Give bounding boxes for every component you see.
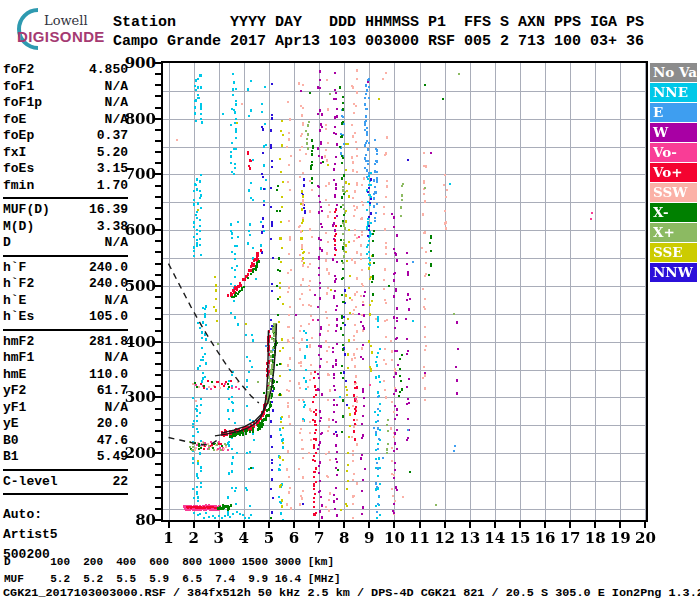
y-axis-tick — [155, 251, 161, 253]
param-row: M(D)3.38 — [3, 219, 128, 236]
x-axis-tick — [644, 522, 646, 528]
y-axis-tick — [155, 240, 161, 242]
y-axis-tick — [155, 441, 161, 443]
param-row: h`Es105.0 — [3, 309, 128, 326]
param-value: 4.850 — [34, 62, 128, 79]
param-group-divider — [3, 255, 128, 257]
logo-lowell-text: Lowell — [44, 13, 88, 28]
x-axis-tick — [419, 522, 421, 528]
param-value: N/A — [34, 79, 128, 96]
param-row: foEp0.37 — [3, 128, 128, 145]
y-axis-tick — [155, 486, 161, 488]
y-axis-tick — [155, 274, 161, 276]
param-label: yE — [3, 416, 19, 433]
y-axis-label: 800 — [116, 111, 156, 127]
autoscaling-line: Artist5 — [3, 525, 128, 545]
param-label: foF2 — [3, 62, 34, 79]
param-value: 16.39 — [50, 202, 128, 219]
param-label: hmF1 — [3, 350, 34, 367]
y-axis-tick — [155, 263, 161, 265]
y-axis-tick — [155, 430, 161, 432]
param-group-divider — [3, 469, 128, 471]
param-label: foE — [3, 112, 26, 129]
param-label: D — [3, 235, 11, 252]
param-label: C-level — [3, 474, 58, 491]
param-group-divider — [3, 329, 128, 331]
param-row: h`EN/A — [3, 293, 128, 310]
y-axis-tick — [155, 374, 161, 376]
param-value: 0.37 — [34, 128, 128, 145]
param-label: h`E — [3, 293, 26, 310]
param-row: foF1N/A — [3, 79, 128, 96]
param-row: hmF2281.8 — [3, 334, 128, 351]
legend-item: SSE — [650, 243, 697, 262]
station-header: Station YYYY DAY DDD HHMMSS P1 FFS S AXN… — [113, 13, 644, 51]
x-axis-tick — [569, 522, 571, 528]
y-axis-tick — [155, 463, 161, 465]
param-value: N/A — [11, 235, 128, 252]
y-axis-tick — [155, 419, 161, 421]
param-row: foEs3.15 — [3, 161, 128, 178]
param-row: foEN/A — [3, 112, 128, 129]
param-label: fmin — [3, 178, 34, 195]
x-axis-tick — [168, 522, 170, 528]
x-axis-label: 14 — [481, 529, 509, 547]
param-value: 3.38 — [34, 219, 128, 236]
x-axis-tick — [519, 522, 521, 528]
param-label: h`F2 — [3, 276, 34, 293]
legend-item: Vo- — [650, 143, 697, 162]
param-label: foEs — [3, 161, 34, 178]
param-row: h`F2240.0 — [3, 276, 128, 293]
y-axis-tick — [155, 330, 161, 332]
y-axis-tick — [155, 408, 161, 410]
y-axis-tick — [155, 151, 161, 153]
x-axis-tick — [619, 522, 621, 528]
param-label: yF1 — [3, 400, 26, 417]
x-axis-tick — [268, 522, 270, 528]
y-axis-tick — [155, 140, 161, 142]
y-axis-label: 200 — [116, 445, 156, 461]
y-axis-label: 300 — [116, 389, 156, 405]
legend-item: Vo+ — [650, 163, 697, 182]
x-axis-label: 20 — [631, 529, 659, 547]
param-row: foF1pN/A — [3, 95, 128, 112]
y-axis-tick — [155, 352, 161, 354]
param-value: 3.15 — [34, 161, 128, 178]
y-axis-tick — [155, 363, 161, 365]
status-bar: CGK21_2017103003000.RSF / 384fx512h 50 k… — [3, 586, 700, 600]
x-axis-label: 6 — [280, 529, 308, 547]
x-axis-label: 18 — [581, 529, 609, 547]
y-axis-tick — [155, 95, 161, 97]
logo-digisonde-text: DIGISONDE — [17, 28, 105, 45]
ionogram-plot-canvas — [163, 63, 646, 520]
header-columns-line: Station YYYY DAY DDD HHMMSS P1 FFS S AXN… — [113, 14, 644, 31]
y-axis-tick — [155, 385, 161, 387]
x-axis-tick — [293, 522, 295, 528]
param-label: h`F — [3, 260, 26, 277]
param-label: foF1p — [3, 95, 42, 112]
x-axis-tick — [393, 522, 395, 528]
param-value: 110.0 — [26, 367, 128, 384]
legend-item: X+ — [650, 223, 697, 242]
param-value: 240.0 — [26, 260, 128, 277]
param-row: foF24.850 — [3, 62, 128, 79]
legend-item: X- — [650, 203, 697, 222]
param-row: h`F240.0 — [3, 260, 128, 277]
param-row: B047.6 — [3, 433, 128, 450]
y-axis-label: 80 — [116, 512, 156, 528]
param-row: DN/A — [3, 235, 128, 252]
digisonde-ionogram-app: Lowell DIGISONDE Station YYYY DAY DDD HH… — [0, 0, 700, 600]
param-value: 61.7 — [26, 383, 128, 400]
y-axis-tick — [155, 207, 161, 209]
param-group-divider — [3, 493, 128, 495]
param-group-divider — [3, 197, 128, 199]
param-value: 240.0 — [34, 276, 128, 293]
y-axis-tick — [155, 497, 161, 499]
param-value: 20.0 — [19, 416, 128, 433]
param-label: B0 — [3, 433, 19, 450]
x-axis-label: 16 — [531, 529, 559, 547]
legend-item: E — [650, 103, 697, 122]
y-axis-label: 500 — [116, 278, 156, 294]
d-muf-table: D 100 200 400 600 800 1000 1500 3000 [km… — [4, 554, 341, 588]
x-axis-label: 9 — [355, 529, 383, 547]
